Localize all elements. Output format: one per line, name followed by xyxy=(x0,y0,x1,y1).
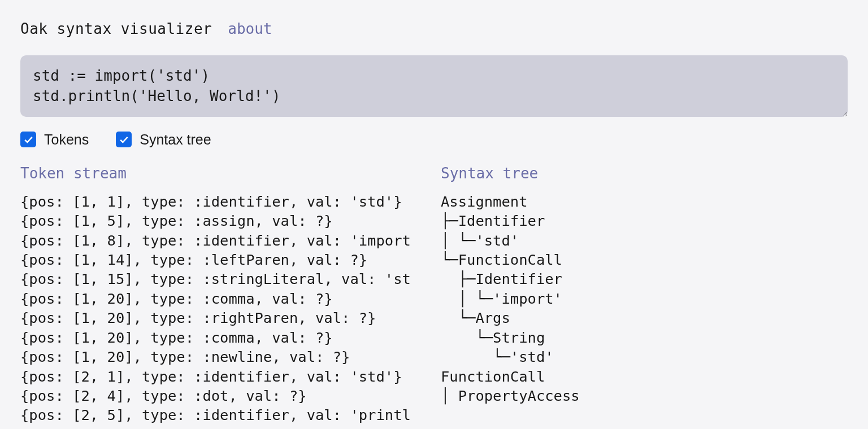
token-line: {pos: [2, 4], type: :dot, val: ?} xyxy=(20,386,427,405)
token-line: {pos: [2, 5], type: :identifier, val: 'p… xyxy=(20,405,427,424)
token-line: {pos: [1, 1], type: :identifier, val: 's… xyxy=(20,192,427,211)
syntax-tree-line: └─'std' xyxy=(441,347,848,366)
token-stream-content: {pos: [1, 1], type: :identifier, val: 's… xyxy=(20,192,427,425)
syntax-tree-line: ├─Identifier xyxy=(441,211,848,230)
app-root: Oak syntax visualizer about Tokens Synta… xyxy=(0,0,868,425)
panels-container: Token stream {pos: [1, 1], type: :identi… xyxy=(20,165,848,425)
token-line: {pos: [1, 20], type: :comma, val: ?} xyxy=(20,289,427,308)
token-line: {pos: [1, 20], type: :newline, val: ?} xyxy=(20,347,427,366)
controls-row: Tokens Syntax tree xyxy=(20,132,848,148)
syntax-tree-line: FunctionCall xyxy=(441,367,848,386)
about-link[interactable]: about xyxy=(228,20,272,37)
syntax-tree-checkbox[interactable] xyxy=(116,132,132,147)
syntax-tree-line: └─String xyxy=(441,328,848,347)
syntax-tree-heading: Syntax tree xyxy=(441,165,848,182)
token-line: {pos: [1, 8], type: :identifier, val: 'i… xyxy=(20,231,427,250)
tokens-checkbox-group[interactable]: Tokens xyxy=(20,132,89,148)
check-icon xyxy=(118,134,129,145)
syntax-tree-line: │ └─'import' xyxy=(441,289,848,308)
token-line: {pos: [2, 1], type: :identifier, val: 's… xyxy=(20,367,427,386)
syntax-tree-line: │ └─'std' xyxy=(441,231,848,250)
token-line: {pos: [1, 20], type: :rightParen, val: ?… xyxy=(20,308,427,327)
syntax-tree-checkbox-label: Syntax tree xyxy=(140,132,211,148)
token-line: {pos: [1, 15], type: :stringLiteral, val… xyxy=(20,269,427,288)
code-input[interactable] xyxy=(20,55,848,117)
syntax-tree-panel: Syntax tree Assignment├─Identifier│ └─'s… xyxy=(441,165,848,425)
token-stream-panel: Token stream {pos: [1, 1], type: :identi… xyxy=(20,165,427,425)
syntax-tree-line: Assignment xyxy=(441,192,848,211)
token-line: {pos: [1, 20], type: :comma, val: ?} xyxy=(20,328,427,347)
syntax-tree-line: ├─Identifier xyxy=(441,269,848,288)
token-line: {pos: [1, 5], type: :assign, val: ?} xyxy=(20,211,427,230)
tokens-checkbox-label: Tokens xyxy=(44,132,89,148)
page-title: Oak syntax visualizer xyxy=(20,20,212,37)
syntax-tree-line: │ PropertyAccess xyxy=(441,386,848,405)
syntax-tree-line: └─Args xyxy=(441,308,848,327)
token-line: {pos: [1, 14], type: :leftParen, val: ?} xyxy=(20,250,427,269)
syntax-tree-content: Assignment├─Identifier│ └─'std'└─Functio… xyxy=(441,192,848,406)
tokens-checkbox[interactable] xyxy=(20,132,36,147)
syntax-tree-line: └─FunctionCall xyxy=(441,250,848,269)
header: Oak syntax visualizer about xyxy=(20,20,848,37)
syntax-tree-checkbox-group[interactable]: Syntax tree xyxy=(116,132,211,148)
check-icon xyxy=(23,134,34,145)
token-stream-heading: Token stream xyxy=(20,165,427,182)
